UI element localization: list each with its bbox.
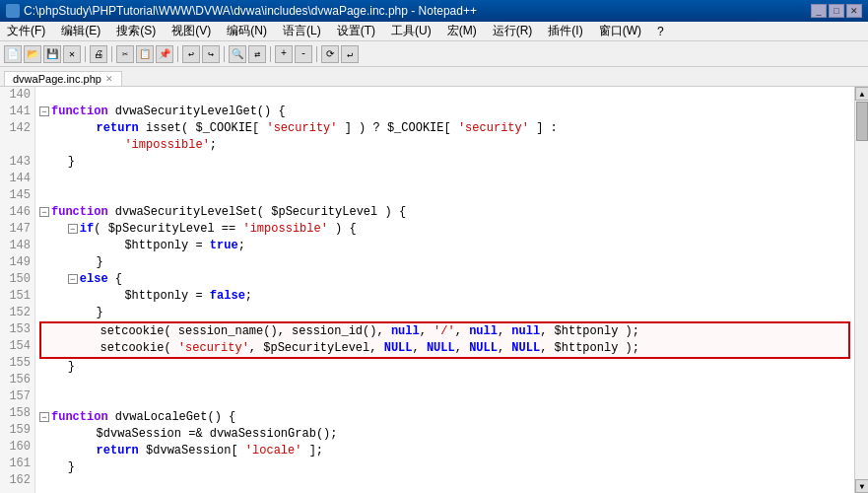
toolbar-paste[interactable]: 📌 bbox=[156, 45, 173, 63]
sep4 bbox=[224, 46, 225, 62]
toolbar-replace[interactable]: ⇄ bbox=[248, 45, 266, 63]
tab-bar: dvwaPage.inc.php ✕ bbox=[0, 67, 868, 87]
title-text: C:\phpStudy\PHPTutorial\WWW\DVWA\dvwa\in… bbox=[24, 4, 477, 18]
toolbar-open[interactable]: 📂 bbox=[24, 45, 41, 63]
editor-container: 140 141 142 143 144 145 146 147 148 149 … bbox=[0, 87, 868, 493]
code-line-148: $httponly = true; bbox=[39, 238, 850, 254]
code-line-144 bbox=[39, 171, 850, 187]
tab-label: dvwaPage.inc.php bbox=[13, 73, 101, 85]
toolbar-new[interactable]: 📄 bbox=[4, 45, 22, 63]
code-line-154: setcookie( 'security', $pSecurityLevel, … bbox=[43, 340, 846, 357]
toolbar-close[interactable]: ✕ bbox=[63, 45, 81, 63]
maximize-button[interactable]: □ bbox=[829, 4, 844, 18]
code-line-161: } bbox=[39, 459, 850, 476]
sep2 bbox=[111, 46, 112, 62]
app-icon bbox=[6, 4, 20, 18]
sep6 bbox=[316, 46, 317, 62]
toolbar-copy[interactable]: 📋 bbox=[136, 45, 154, 63]
menu-language[interactable]: 语言(L) bbox=[280, 23, 324, 39]
menu-macro[interactable]: 宏(M) bbox=[444, 23, 480, 39]
fold-150[interactable]: − bbox=[68, 274, 78, 284]
toolbar-zoom-in[interactable]: + bbox=[275, 45, 293, 63]
toolbar-print[interactable]: 🖨 bbox=[90, 45, 107, 63]
sep3 bbox=[177, 46, 178, 62]
toolbar: 📄 📂 💾 ✕ 🖨 ✂ 📋 📌 ↩ ↪ 🔍 ⇄ + - ⟳ ↵ bbox=[0, 41, 868, 67]
toolbar-find[interactable]: 🔍 bbox=[229, 45, 246, 63]
code-line-147: −if( $pSecurityLevel == 'impossible' ) { bbox=[39, 221, 850, 238]
code-line-162 bbox=[39, 476, 850, 493]
code-area[interactable]: −function dvwaSecurityLevelGet() { retur… bbox=[35, 87, 854, 493]
toolbar-cut[interactable]: ✂ bbox=[116, 45, 134, 63]
sep5 bbox=[270, 46, 271, 62]
highlight-box: setcookie( session_name(), session_id(),… bbox=[39, 321, 850, 359]
toolbar-sync[interactable]: ⟳ bbox=[321, 45, 339, 63]
menu-run[interactable]: 运行(R) bbox=[490, 23, 536, 39]
scroll-thumb[interactable] bbox=[856, 102, 868, 141]
fold-158[interactable]: − bbox=[39, 412, 49, 422]
code-line-140 bbox=[39, 87, 850, 104]
code-line-157 bbox=[39, 392, 850, 409]
menu-edit[interactable]: 编辑(E) bbox=[58, 23, 103, 39]
menu-search[interactable]: 搜索(S) bbox=[113, 23, 159, 39]
fold-147[interactable]: − bbox=[68, 224, 78, 234]
menu-file[interactable]: 文件(F) bbox=[4, 23, 48, 39]
toolbar-redo[interactable]: ↪ bbox=[202, 45, 220, 63]
minimize-button[interactable]: _ bbox=[811, 4, 827, 18]
scroll-up-button[interactable]: ▲ bbox=[855, 87, 868, 101]
code-line-159: $dvwaSession =& dvwaSessionGrab(); bbox=[39, 426, 850, 443]
code-line-146: −function dvwaSecurityLevelSet( $pSecuri… bbox=[39, 204, 850, 221]
code-line-149: } bbox=[39, 254, 850, 271]
menu-encoding[interactable]: 编码(N) bbox=[224, 23, 270, 39]
code-line-150: −else { bbox=[39, 271, 850, 288]
close-button[interactable]: ✕ bbox=[846, 4, 862, 18]
code-line-155: } bbox=[39, 359, 850, 376]
toolbar-zoom-out[interactable]: - bbox=[295, 45, 312, 63]
toolbar-wrap[interactable]: ↵ bbox=[341, 45, 359, 63]
code-line-158: −function dvwaLocaleGet() { bbox=[39, 409, 850, 426]
code-line-153: setcookie( session_name(), session_id(),… bbox=[43, 323, 846, 340]
code-line-142: return isset( $_COOKIE[ 'security' ] ) ?… bbox=[39, 120, 850, 137]
scrollbar-right[interactable]: ▲ ▼ bbox=[854, 87, 868, 493]
title-bar: C:\phpStudy\PHPTutorial\WWW\DVWA\dvwa\in… bbox=[0, 0, 868, 22]
code-line-156 bbox=[39, 376, 850, 392]
menu-bar: 文件(F) 编辑(E) 搜索(S) 视图(V) 编码(N) 语言(L) 设置(T… bbox=[0, 22, 868, 41]
file-tab[interactable]: dvwaPage.inc.php ✕ bbox=[4, 71, 122, 86]
line-numbers: 140 141 142 143 144 145 146 147 148 149 … bbox=[0, 87, 35, 493]
menu-plugins[interactable]: 插件(I) bbox=[545, 23, 585, 39]
menu-settings[interactable]: 设置(T) bbox=[334, 23, 378, 39]
fold-146[interactable]: − bbox=[39, 207, 49, 217]
menu-window[interactable]: 窗口(W) bbox=[596, 23, 644, 39]
window-controls[interactable]: _ □ ✕ bbox=[811, 4, 862, 18]
code-line-152: } bbox=[39, 305, 850, 321]
fold-141[interactable]: − bbox=[39, 106, 49, 116]
code-line-145 bbox=[39, 187, 850, 204]
code-line-142b: 'impossible'; bbox=[39, 137, 850, 154]
scroll-down-button[interactable]: ▼ bbox=[855, 479, 868, 493]
menu-tools[interactable]: 工具(U) bbox=[388, 23, 434, 39]
toolbar-save[interactable]: 💾 bbox=[43, 45, 61, 63]
code-line-141: −function dvwaSecurityLevelGet() { bbox=[39, 104, 850, 120]
code-line-160: return $dvwaSession[ 'locale' ]; bbox=[39, 443, 850, 459]
tab-close-icon[interactable]: ✕ bbox=[105, 74, 113, 84]
code-line-143: } bbox=[39, 154, 850, 171]
code-line-151: $httponly = false; bbox=[39, 288, 850, 305]
scroll-track bbox=[855, 101, 868, 479]
menu-help[interactable]: ? bbox=[654, 25, 667, 38]
sep1 bbox=[85, 46, 86, 62]
toolbar-undo[interactable]: ↩ bbox=[182, 45, 200, 63]
menu-view[interactable]: 视图(V) bbox=[168, 23, 214, 39]
